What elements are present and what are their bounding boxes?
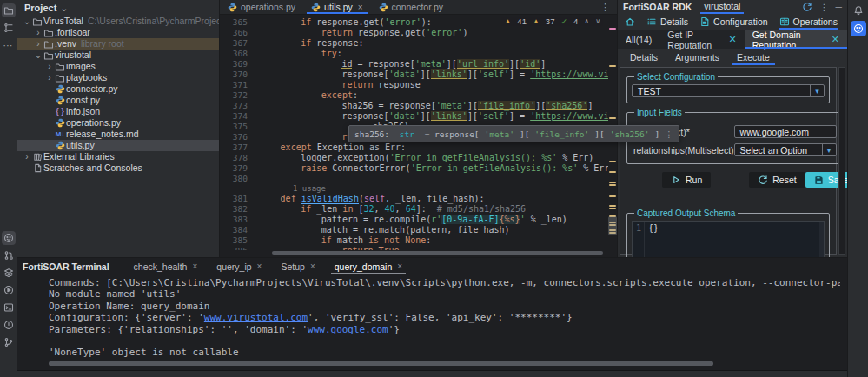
- tree-item-virustotal[interactable]: ⌄VirusTotalC:\Users\Cristina\PycharmProj…: [17, 16, 219, 27]
- code-token: ][: [467, 69, 478, 79]
- md-icon: M↓: [54, 129, 66, 140]
- terminal-stripe-button[interactable]: [2, 301, 16, 314]
- editor-tab-operations-py[interactable]: operations.py: [220, 0, 303, 14]
- tree-item-connector-py[interactable]: connector.py: [17, 83, 219, 95]
- multiselect-dropdown[interactable]: Select an Option▾: [734, 143, 837, 156]
- tree-item-utils-py[interactable]: utils.py: [17, 140, 219, 151]
- close-tab-icon[interactable]: ×: [310, 261, 315, 271]
- chevron-right-icon[interactable]: ›: [34, 27, 43, 38]
- fortisoar-terminal-stripe-button[interactable]: [2, 231, 16, 245]
- terminal-hyperlink[interactable]: www.virustotal.com: [204, 312, 308, 323]
- close-tab-icon[interactable]: ×: [257, 261, 262, 271]
- git-stripe-button[interactable]: [2, 335, 16, 349]
- select-configuration-fieldset: Select Configuration TEST ▾: [626, 72, 830, 103]
- editor-scrollbar-thumb[interactable]: [608, 216, 617, 235]
- code-token: ][: [467, 101, 478, 110]
- reset-button[interactable]: Reset: [749, 172, 805, 188]
- inspections-widget[interactable]: ▲41▲37✓4∧∨: [501, 17, 603, 26]
- prev-problem-icon[interactable]: ∧: [584, 17, 589, 25]
- project-panel-header[interactable]: Project⌄: [17, 0, 219, 16]
- rdk-nav-tab-operations[interactable]: Operations: [779, 14, 838, 30]
- tree-item-label: release_notes.md: [66, 129, 138, 140]
- code-line-content: [260, 174, 608, 184]
- tree-item-info-json[interactable]: { }info.json: [17, 106, 219, 117]
- tree-item--fortisoar[interactable]: ›.fortisoar: [17, 27, 219, 38]
- structure-stripe-button[interactable]: [2, 21, 16, 35]
- save-icon: [814, 175, 824, 185]
- tree-item-external-libraries[interactable]: ›External Libraries: [17, 151, 219, 162]
- tree-item-scratches-and-consoles[interactable]: Scratches and Consoles: [17, 162, 219, 174]
- editor-tab-options-icon[interactable]: ⋮: [593, 0, 617, 14]
- terminal-tab-label: check_health: [134, 261, 188, 272]
- operation-tab-all-14-[interactable]: All(14): [618, 30, 659, 49]
- rdk-connector-tab[interactable]: virustotal: [700, 1, 744, 14]
- code-token: response: [379, 80, 421, 89]
- close-tab-icon[interactable]: ×: [397, 261, 402, 271]
- code-token: 'file_info': [534, 126, 589, 142]
- rdk-nav-tab-details[interactable]: Details: [646, 14, 688, 30]
- tree-item--venv[interactable]: ›.venvlibrary root: [17, 38, 219, 50]
- chevron-right-icon[interactable]: ›: [45, 72, 54, 83]
- tooltip-kebab-icon[interactable]: ⋮: [665, 126, 673, 142]
- refresh-icon[interactable]: [802, 2, 812, 12]
- terminal-output[interactable]: Commands: [C:\Users\Cristina\PycharmProj…: [49, 277, 840, 358]
- services-stripe-button[interactable]: [2, 266, 16, 280]
- rdk-nav-tabs: DetailsConfigurationOperations: [618, 14, 847, 30]
- line-number: 368: [220, 49, 260, 59]
- tree-item-hint: library root: [81, 38, 124, 50]
- run-button[interactable]: Run: [662, 172, 711, 188]
- close-tab-icon[interactable]: ×: [192, 261, 197, 271]
- terminal-tab-query_domain[interactable]: query_domain×: [326, 258, 411, 274]
- problems-stripe-button[interactable]: [2, 318, 16, 332]
- chevron-down-icon[interactable]: ⌄: [23, 16, 31, 27]
- tree-item-const-py[interactable]: const.py: [17, 95, 219, 106]
- close-tab-icon[interactable]: ✕: [832, 34, 839, 45]
- pull-requests-stripe-button[interactable]: [2, 248, 16, 262]
- terminal-hyperlink[interactable]: www.google.com: [308, 324, 388, 335]
- reset-icon: [758, 175, 768, 185]
- terminal-tab-check_health[interactable]: check_health×: [125, 258, 207, 274]
- chevron-right-icon[interactable]: ›: [23, 151, 31, 162]
- editor-horizontal-scrollbar[interactable]: [272, 251, 603, 255]
- tree-item-images[interactable]: ›images: [17, 61, 219, 72]
- rdk-panel-scrollbar[interactable]: [838, 67, 845, 255]
- chevron-down-icon[interactable]: ▾: [822, 144, 836, 155]
- fortisoar-rdk-stripe-button[interactable]: [851, 21, 866, 36]
- terminal-tab-setup[interactable]: Setup×: [272, 258, 323, 274]
- chevron-right-icon[interactable]: ›: [45, 61, 54, 72]
- next-problem-icon[interactable]: ∨: [595, 17, 600, 25]
- rdk-nav-tab-home[interactable]: [625, 14, 635, 30]
- sub-tab-details[interactable]: Details: [623, 49, 665, 65]
- tree-item-release-notes-md[interactable]: M↓release_notes.md: [17, 129, 219, 140]
- configuration-select[interactable]: TEST ▾: [632, 84, 825, 97]
- code-token: ][: [520, 126, 529, 142]
- sub-tab-execute[interactable]: Execute: [730, 49, 777, 65]
- terminal-tab-query_ip[interactable]: query_ip×: [208, 258, 270, 274]
- code-token: = response[: [420, 126, 480, 142]
- tree-item-virustotal[interactable]: ⌄virustotal: [17, 50, 219, 61]
- operation-tab-get-domain-reputation[interactable]: Get Domain Reputation✕: [745, 30, 847, 49]
- chevron-down-icon[interactable]: ▾: [810, 85, 824, 96]
- minimize-icon[interactable]: ─: [836, 2, 842, 12]
- editor-tab-utils-py[interactable]: utils.py×: [303, 0, 371, 14]
- terminal-horizontal-scrollbar[interactable]: [49, 361, 713, 366]
- code-token: 32: [363, 204, 374, 214]
- usage-inlay-hint[interactable]: 1 usage: [220, 184, 608, 194]
- sub-tab-arguments[interactable]: Arguments: [668, 49, 726, 65]
- close-tab-icon[interactable]: ×: [358, 3, 363, 12]
- editor-tab-connector-py[interactable]: connector.py: [371, 0, 452, 14]
- tree-item-playbooks[interactable]: ›playbooks: [17, 72, 219, 83]
- chevron-right-icon[interactable]: ›: [34, 38, 43, 50]
- notifications-stripe-button[interactable]: [851, 3, 865, 17]
- text-input[interactable]: www.google.com: [734, 125, 837, 138]
- kebab-menu-icon[interactable]: ⋮: [819, 2, 829, 12]
- project-folder-stripe-button[interactable]: [2, 3, 16, 17]
- line-number: 375: [220, 122, 260, 132]
- rdk-nav-tab-configuration[interactable]: Configuration: [699, 14, 767, 30]
- more-tool-windows-stripe-button[interactable]: ⋯: [2, 38, 16, 52]
- run-stripe-button[interactable]: [2, 283, 16, 297]
- operation-tab-get-ip-reputation[interactable]: Get IP Reputation✕: [659, 30, 744, 49]
- close-tab-icon[interactable]: ✕: [728, 34, 736, 45]
- tree-item-operations-py[interactable]: operations.py: [17, 117, 219, 129]
- chevron-down-icon[interactable]: ⌄: [34, 50, 43, 61]
